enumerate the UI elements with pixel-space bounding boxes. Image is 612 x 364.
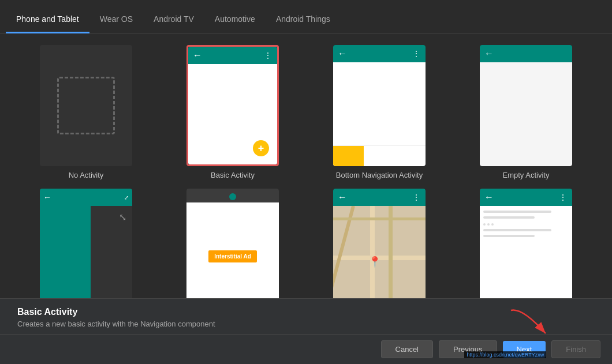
phone-content-md (480, 206, 572, 298)
more-options-icon-md: ⋮ (559, 193, 568, 202)
md-dot-1 (483, 223, 486, 226)
fullscreen-content: ⤡ (40, 206, 132, 298)
fab-button: + (253, 140, 269, 156)
template-fullscreen[interactable]: ← ⤢ ⤡ Fullscreen Activity (17, 189, 155, 298)
next-label: Next (517, 345, 532, 354)
tab-android-things[interactable]: Android Things (266, 6, 341, 33)
md-line-1 (483, 211, 551, 213)
empty-activity-mockup: ← (480, 45, 572, 166)
phone-toolbar: ← ⋮ (188, 47, 277, 64)
md-line-2 (483, 216, 535, 219)
template-interstitial[interactable]: Interstitial Ad Interstitial Ad (164, 189, 301, 298)
phone-content-ea (480, 62, 572, 166)
interstitial-ad-label: Interstitial Ad (208, 250, 257, 262)
nav-item-1 (333, 146, 364, 166)
description-text: Creates a new basic activity with the Na… (17, 320, 595, 328)
bottom-nav-thumb: ← ⋮ (333, 45, 426, 166)
no-activity-thumb (40, 45, 132, 166)
footer: Cancel Previous Next https://blog.csdn.n… (0, 334, 612, 364)
back-arrow-icon-maps: ← (338, 192, 347, 202)
template-no-activity[interactable]: No Activity (17, 45, 155, 179)
more-options-icon: ⋮ (264, 51, 273, 60)
previous-button[interactable]: Previous (439, 340, 497, 358)
tab-automotive[interactable]: Automotive (204, 6, 266, 33)
description-bar: Basic Activity Creates a new basic activ… (0, 298, 612, 334)
empty-activity-thumb: ← (480, 45, 572, 166)
back-arrow-icon: ← (193, 50, 202, 61)
main-area: No Activity ← ⋮ + Basic Activity (0, 33, 612, 364)
tab-wear-os[interactable]: Wear OS (89, 6, 143, 33)
template-empty-activity[interactable]: ← Empty Activity (457, 45, 595, 179)
phone-toolbar-bn: ← ⋮ (333, 45, 426, 62)
maps-mockup: ← ⋮ 📍 (333, 189, 426, 298)
md-dot-2 (487, 223, 490, 226)
phone-toolbar-ea: ← (480, 45, 572, 62)
interstitial-thumb: Interstitial Ad (186, 189, 279, 298)
map-road-top (333, 217, 426, 220)
fullscreen-thumb: ← ⤢ ⤡ (40, 189, 132, 298)
finish-button: Finish (551, 340, 600, 358)
more-options-icon-maps: ⋮ (412, 193, 421, 202)
back-arrow-icon-bn: ← (338, 48, 347, 59)
md-dot-3 (491, 223, 494, 226)
map-pin-icon: 📍 (368, 256, 381, 268)
md-dots-row (483, 223, 569, 226)
tab-android-tv[interactable]: Android TV (143, 6, 204, 33)
basic-activity-thumb: ← ⋮ + (186, 45, 279, 166)
phone-content-bn (333, 62, 426, 145)
description-title: Basic Activity (17, 307, 595, 317)
phone-toolbar-md: ← ⋮ (480, 189, 572, 206)
next-button[interactable]: Next https://blog.csdn.net/qwERTYzxw (503, 341, 546, 358)
template-bottom-nav[interactable]: ← ⋮ Bottom Navigation Activity (311, 45, 448, 179)
nav-item-3 (395, 146, 426, 166)
back-arrow-icon-ea: ← (484, 48, 494, 59)
md-line-3 (483, 229, 551, 231)
back-arrow-icon-md: ← (484, 192, 494, 202)
more-options-icon-bn: ⋮ (412, 49, 421, 58)
nav-item-2 (364, 146, 394, 166)
phone-content: + (188, 64, 277, 164)
fullscreen-back-icon: ← (43, 193, 51, 202)
no-activity-label: No Activity (69, 171, 104, 179)
phone-toolbar-maps: ← ⋮ (333, 189, 426, 206)
tab-phone-tablet[interactable]: Phone and Tablet (6, 6, 89, 33)
masterdetail-thumb: ← ⋮ (480, 189, 572, 298)
bottom-nav-bar (333, 145, 426, 166)
bottom-nav-label: Bottom Navigation Activity (336, 171, 423, 179)
interstitial-content: Interstitial Ad (186, 202, 279, 298)
masterdetail-mockup: ← ⋮ (480, 189, 572, 298)
phone-content-maps: 📍 (333, 206, 426, 298)
fullscreen-corner-icons: ⤢ (124, 194, 129, 201)
maps-thumb: ← ⋮ 📍 (333, 189, 426, 298)
empty-activity-label: Empty Activity (503, 171, 550, 179)
template-master-detail[interactable]: ← ⋮ (457, 189, 595, 298)
basic-activity-mockup: ← ⋮ + (188, 47, 277, 164)
template-grid: No Activity ← ⋮ + Basic Activity (0, 33, 612, 298)
map-road-right (389, 206, 393, 298)
template-maps[interactable]: ← ⋮ 📍 Google Maps Activity (311, 189, 448, 298)
md-line-4 (483, 235, 535, 237)
interstitial-dot (229, 193, 236, 200)
template-basic-activity[interactable]: ← ⋮ + Basic Activity (164, 45, 301, 179)
basic-activity-label: Basic Activity (211, 171, 255, 179)
tabs-bar: Phone and Tablet Wear OS Android TV Auto… (0, 0, 612, 33)
bottom-nav-mockup: ← ⋮ (333, 45, 426, 166)
dashed-box (57, 77, 115, 134)
cancel-button[interactable]: Cancel (381, 340, 433, 358)
